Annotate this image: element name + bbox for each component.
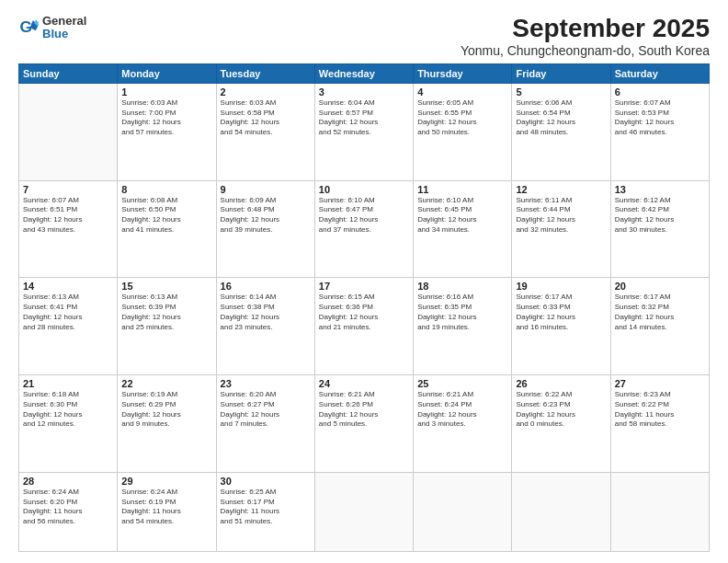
day-info: Sunrise: 6:16 AMSunset: 6:35 PMDaylight:… <box>417 293 507 332</box>
calendar-cell <box>19 83 118 180</box>
title-block: September 2025 Yonmu, Chungcheongnam-do,… <box>461 15 710 58</box>
day-info: Sunrise: 6:07 AMSunset: 6:51 PMDaylight:… <box>23 196 113 236</box>
day-info: Sunrise: 6:11 AMSunset: 6:44 PMDaylight:… <box>516 196 606 236</box>
calendar-cell: 2Sunrise: 6:03 AMSunset: 6:58 PMDaylight… <box>216 83 314 180</box>
day-number: 17 <box>319 281 409 292</box>
logo-icon: G <box>18 17 39 38</box>
day-number: 10 <box>319 184 409 195</box>
calendar-cell: 10Sunrise: 6:10 AMSunset: 6:47 PMDayligh… <box>314 180 413 278</box>
logo-general-text: General <box>42 15 86 28</box>
header: G General Blue September 2025 Yonmu, Chu… <box>18 15 710 58</box>
calendar-cell: 22Sunrise: 6:19 AMSunset: 6:29 PMDayligh… <box>118 375 216 473</box>
day-info: Sunrise: 6:24 AMSunset: 6:19 PMDaylight:… <box>121 488 211 527</box>
day-number: 6 <box>615 86 705 98</box>
day-info: Sunrise: 6:06 AMSunset: 6:54 PMDaylight:… <box>516 98 606 138</box>
day-number: 22 <box>121 378 211 389</box>
calendar-cell <box>512 472 610 551</box>
day-info: Sunrise: 6:19 AMSunset: 6:29 PMDaylight:… <box>121 390 211 430</box>
day-info: Sunrise: 6:03 AMSunset: 6:58 PMDaylight:… <box>221 98 311 138</box>
calendar-table: SundayMondayTuesdayWednesdayThursdayFrid… <box>18 63 710 552</box>
calendar-cell: 29Sunrise: 6:24 AMSunset: 6:19 PMDayligh… <box>118 472 216 551</box>
calendar-title: September 2025 <box>461 15 710 43</box>
day-number: 29 <box>121 476 211 487</box>
week-row-4: 21Sunrise: 6:18 AMSunset: 6:30 PMDayligh… <box>19 375 710 473</box>
day-number: 2 <box>221 86 311 98</box>
day-info: Sunrise: 6:05 AMSunset: 6:55 PMDaylight:… <box>417 98 507 138</box>
day-info: Sunrise: 6:10 AMSunset: 6:47 PMDaylight:… <box>319 196 409 236</box>
day-number: 21 <box>23 378 113 389</box>
calendar-cell: 6Sunrise: 6:07 AMSunset: 6:53 PMDaylight… <box>610 83 709 180</box>
calendar-cell: 28Sunrise: 6:24 AMSunset: 6:20 PMDayligh… <box>19 472 118 551</box>
calendar-cell: 23Sunrise: 6:20 AMSunset: 6:27 PMDayligh… <box>216 375 314 473</box>
day-number: 23 <box>221 378 311 389</box>
day-info: Sunrise: 6:08 AMSunset: 6:50 PMDaylight:… <box>121 196 211 236</box>
day-info: Sunrise: 6:10 AMSunset: 6:45 PMDaylight:… <box>417 196 507 236</box>
day-info: Sunrise: 6:20 AMSunset: 6:27 PMDaylight:… <box>221 390 311 430</box>
day-info: Sunrise: 6:15 AMSunset: 6:36 PMDaylight:… <box>319 293 409 332</box>
weekday-header-friday: Friday <box>512 63 610 83</box>
svg-text:G: G <box>20 17 32 36</box>
day-info: Sunrise: 6:07 AMSunset: 6:53 PMDaylight:… <box>615 98 705 138</box>
day-info: Sunrise: 6:17 AMSunset: 6:33 PMDaylight:… <box>516 293 606 332</box>
calendar-cell: 8Sunrise: 6:08 AMSunset: 6:50 PMDaylight… <box>118 180 216 278</box>
day-number: 9 <box>221 184 311 195</box>
day-info: Sunrise: 6:09 AMSunset: 6:48 PMDaylight:… <box>221 196 311 236</box>
day-info: Sunrise: 6:03 AMSunset: 7:00 PMDaylight:… <box>121 98 211 138</box>
calendar-cell: 3Sunrise: 6:04 AMSunset: 6:57 PMDaylight… <box>314 83 413 180</box>
week-row-2: 7Sunrise: 6:07 AMSunset: 6:51 PMDaylight… <box>19 180 710 278</box>
day-number: 12 <box>516 184 606 195</box>
day-info: Sunrise: 6:04 AMSunset: 6:57 PMDaylight:… <box>319 98 409 138</box>
day-number: 30 <box>221 476 311 487</box>
calendar-cell <box>414 472 512 551</box>
calendar-cell: 11Sunrise: 6:10 AMSunset: 6:45 PMDayligh… <box>414 180 512 278</box>
calendar-cell: 20Sunrise: 6:17 AMSunset: 6:32 PMDayligh… <box>610 278 709 375</box>
calendar-cell: 15Sunrise: 6:13 AMSunset: 6:39 PMDayligh… <box>118 278 216 375</box>
weekday-header-thursday: Thursday <box>414 63 512 83</box>
day-info: Sunrise: 6:14 AMSunset: 6:38 PMDaylight:… <box>221 293 311 332</box>
calendar-cell: 7Sunrise: 6:07 AMSunset: 6:51 PMDaylight… <box>19 180 118 278</box>
logo-text: General Blue <box>42 15 86 41</box>
day-number: 1 <box>121 86 211 98</box>
day-info: Sunrise: 6:12 AMSunset: 6:42 PMDaylight:… <box>615 196 705 236</box>
calendar-page: G General Blue September 2025 Yonmu, Chu… <box>0 0 728 563</box>
calendar-cell: 24Sunrise: 6:21 AMSunset: 6:26 PMDayligh… <box>314 375 413 473</box>
day-number: 16 <box>221 281 311 292</box>
day-number: 5 <box>516 86 606 98</box>
day-info: Sunrise: 6:17 AMSunset: 6:32 PMDaylight:… <box>615 293 705 332</box>
calendar-cell: 9Sunrise: 6:09 AMSunset: 6:48 PMDaylight… <box>216 180 314 278</box>
day-number: 8 <box>121 184 211 195</box>
calendar-cell: 1Sunrise: 6:03 AMSunset: 7:00 PMDaylight… <box>118 83 216 180</box>
day-number: 18 <box>417 281 507 292</box>
weekday-header-monday: Monday <box>118 63 216 83</box>
day-number: 25 <box>417 378 507 389</box>
calendar-cell <box>314 472 413 551</box>
day-number: 26 <box>516 378 606 389</box>
day-number: 20 <box>615 281 705 292</box>
day-number: 15 <box>121 281 211 292</box>
day-info: Sunrise: 6:22 AMSunset: 6:23 PMDaylight:… <box>516 390 606 430</box>
logo-blue-text: Blue <box>42 28 86 40</box>
calendar-cell <box>610 472 709 551</box>
day-info: Sunrise: 6:21 AMSunset: 6:24 PMDaylight:… <box>417 390 507 430</box>
calendar-cell: 17Sunrise: 6:15 AMSunset: 6:36 PMDayligh… <box>314 278 413 375</box>
day-number: 19 <box>516 281 606 292</box>
day-number: 4 <box>417 86 507 98</box>
calendar-cell: 16Sunrise: 6:14 AMSunset: 6:38 PMDayligh… <box>216 278 314 375</box>
calendar-cell: 19Sunrise: 6:17 AMSunset: 6:33 PMDayligh… <box>512 278 610 375</box>
calendar-cell: 12Sunrise: 6:11 AMSunset: 6:44 PMDayligh… <box>512 180 610 278</box>
day-number: 3 <box>319 86 409 98</box>
week-row-1: 1Sunrise: 6:03 AMSunset: 7:00 PMDaylight… <box>19 83 710 180</box>
day-info: Sunrise: 6:13 AMSunset: 6:39 PMDaylight:… <box>121 293 211 332</box>
week-row-5: 28Sunrise: 6:24 AMSunset: 6:20 PMDayligh… <box>19 472 710 551</box>
calendar-cell: 5Sunrise: 6:06 AMSunset: 6:54 PMDaylight… <box>512 83 610 180</box>
weekday-header-saturday: Saturday <box>610 63 709 83</box>
calendar-cell: 4Sunrise: 6:05 AMSunset: 6:55 PMDaylight… <box>414 83 512 180</box>
weekday-header-row: SundayMondayTuesdayWednesdayThursdayFrid… <box>19 63 710 83</box>
calendar-cell: 25Sunrise: 6:21 AMSunset: 6:24 PMDayligh… <box>414 375 512 473</box>
day-info: Sunrise: 6:24 AMSunset: 6:20 PMDaylight:… <box>23 488 113 527</box>
day-info: Sunrise: 6:18 AMSunset: 6:30 PMDaylight:… <box>23 390 113 430</box>
day-number: 7 <box>23 184 113 195</box>
day-info: Sunrise: 6:21 AMSunset: 6:26 PMDaylight:… <box>319 390 409 430</box>
calendar-cell: 27Sunrise: 6:23 AMSunset: 6:22 PMDayligh… <box>610 375 709 473</box>
calendar-cell: 30Sunrise: 6:25 AMSunset: 6:17 PMDayligh… <box>216 472 314 551</box>
